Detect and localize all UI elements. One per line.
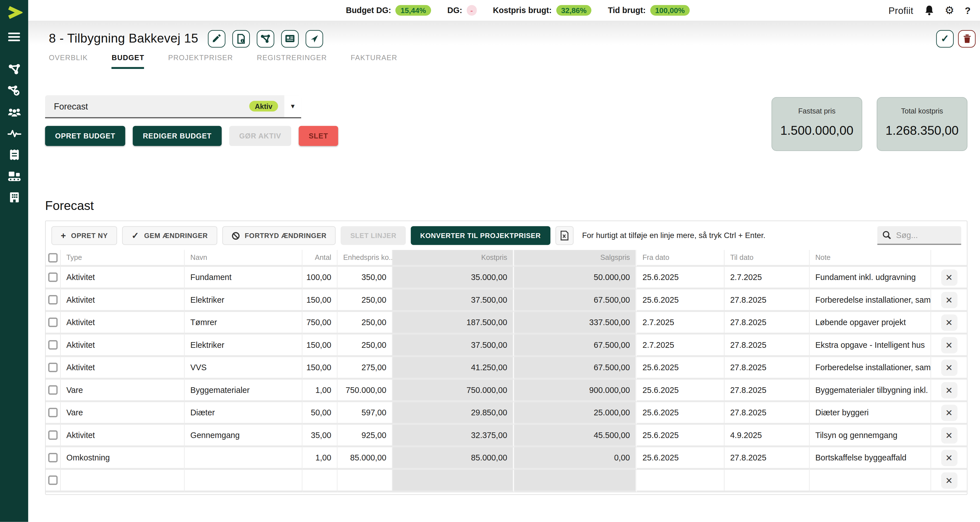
cell-fra-dato: 25.6.2025	[637, 357, 724, 380]
settings-gear-icon[interactable]: ⚙	[945, 5, 954, 16]
row-checkbox[interactable]	[48, 385, 57, 394]
delete-lines-button[interactable]: SLET LINJER	[341, 226, 406, 245]
company-icon[interactable]	[0, 189, 28, 205]
project-info-button[interactable]	[232, 30, 250, 47]
notifications-bell-icon[interactable]	[924, 5, 934, 16]
export-excel-button[interactable]	[555, 226, 573, 245]
stat-item: Kostpris brugt:32,86%	[493, 5, 592, 16]
cell-navn: Tømrer	[185, 312, 302, 334]
total-cost-value: 1.268.350,00	[877, 123, 967, 138]
delete-row-button[interactable]: ✕	[941, 472, 957, 488]
cell-fra-dato: 25.6.2025	[637, 447, 724, 470]
cell-note: Diæter byggeri	[810, 402, 931, 425]
share-nodes-icon[interactable]	[0, 61, 28, 77]
tab-projektpriser[interactable]: PROJEKTPRISER	[168, 54, 233, 69]
delete-row-button[interactable]: ✕	[941, 449, 957, 466]
cell-navn: Elektriker	[185, 289, 302, 312]
search-box[interactable]	[877, 226, 961, 245]
row-checkbox[interactable]	[48, 340, 57, 350]
project-check-icon[interactable]	[0, 83, 28, 99]
check-icon: ✓	[941, 33, 950, 45]
row-checkbox[interactable]	[48, 295, 57, 305]
cell-salgspris: 67.500,00	[514, 334, 637, 357]
row-checkbox[interactable]	[48, 318, 57, 327]
budget-select-value: Forecast	[45, 101, 88, 111]
contact-card-button[interactable]	[281, 30, 299, 47]
row-select-cell	[46, 357, 61, 380]
delete-row-button[interactable]: ✕	[941, 382, 957, 398]
table-row: Omkostning1,0085.000,0085.000,000,0025.6…	[46, 447, 967, 470]
menu-icon[interactable]	[0, 29, 28, 45]
cell-type: Vare	[61, 380, 185, 402]
delete-row-button[interactable]: ✕	[941, 314, 957, 330]
page-title: 8 - Tilbygning Bakkevej 15	[49, 31, 198, 46]
row-checkbox[interactable]	[48, 476, 57, 485]
approve-project-button[interactable]: ✓	[936, 30, 954, 47]
delete-row-button[interactable]: ✕	[941, 292, 957, 308]
cell-til-dato: 2.7.2025	[724, 267, 810, 289]
row-checkbox[interactable]	[48, 273, 57, 282]
row-checkbox[interactable]	[48, 430, 57, 440]
save-changes-button[interactable]: ✓ GEM ÆNDRINGER	[122, 226, 217, 245]
delete-budget-button[interactable]: SLET	[299, 126, 338, 146]
edit-budget-button[interactable]: REDIGER BUDGET	[133, 126, 222, 146]
row-checkbox[interactable]	[48, 363, 57, 372]
invoice-icon[interactable]	[0, 147, 28, 163]
production-icon[interactable]	[0, 168, 28, 184]
convert-to-project-prices-button[interactable]: KONVERTER TIL PROJEKTPRISER	[411, 226, 550, 245]
excel-file-icon	[560, 231, 568, 241]
navigate-button[interactable]	[305, 30, 323, 47]
pencil-icon	[212, 34, 221, 43]
delete-row-button[interactable]: ✕	[941, 269, 957, 285]
budget-select[interactable]: Forecast Aktiv ▼	[45, 95, 301, 118]
row-delete-cell: ✕	[931, 289, 967, 312]
col-til-dato: Til dato	[724, 250, 810, 267]
cell-antal: 1,00	[302, 380, 338, 402]
cell-navn: Elektriker	[185, 334, 302, 357]
stat-label: Tid brugt:	[608, 6, 646, 15]
create-budget-button[interactable]: OPRET BUDGET	[45, 126, 125, 146]
row-checkbox[interactable]	[48, 453, 57, 463]
team-icon[interactable]	[0, 104, 28, 120]
activity-icon[interactable]	[0, 125, 28, 142]
stat-label: Kostpris brugt:	[493, 6, 552, 15]
table-row: ✕	[46, 470, 967, 492]
delete-row-button[interactable]: ✕	[941, 337, 957, 353]
delete-row-button[interactable]: ✕	[941, 404, 957, 420]
check-icon: ✓	[132, 231, 139, 241]
project-structure-button[interactable]	[257, 30, 274, 47]
cell-enhedspris: 350,00	[337, 267, 393, 289]
tab-overblik[interactable]: OVERBLIK	[49, 54, 88, 69]
stat-value-badge: 15,44%	[396, 5, 431, 16]
cell-enhedspris: 750.000,00	[337, 380, 393, 402]
delete-project-button[interactable]	[958, 30, 976, 47]
col-navn: Navn	[185, 250, 302, 267]
make-active-button[interactable]: GØR AKTIV	[229, 126, 291, 146]
forecast-table-card: + OPRET NY ✓ GEM ÆNDRINGER FORTRYD ÆNDRI…	[45, 220, 967, 495]
create-line-button[interactable]: + OPRET NY	[51, 226, 117, 245]
cell-kostpris: 37.500,00	[393, 289, 514, 312]
edit-project-button[interactable]	[208, 30, 225, 47]
select-all-checkbox[interactable]	[48, 253, 57, 262]
row-delete-cell: ✕	[931, 334, 967, 357]
tab-fakturaer[interactable]: FAKTURAER	[351, 54, 397, 69]
search-input[interactable]	[896, 230, 953, 240]
cell-fra-dato: 25.6.2025	[637, 267, 724, 289]
row-checkbox[interactable]	[48, 408, 57, 417]
table-row: VareByggematerialer1,00750.000,00750.000…	[46, 380, 967, 402]
col-salgspris: Salgspris	[514, 250, 637, 267]
project-tabs: OVERBLIKBUDGETPROJEKTPRISERREGISTRERINGE…	[28, 54, 980, 69]
cell-salgspris: 337.500,00	[514, 312, 637, 334]
delete-row-button[interactable]: ✕	[941, 359, 957, 375]
undo-changes-button[interactable]: FORTRYD ÆNDRINGER	[222, 226, 336, 245]
stat-item: Tid brugt:100,00%	[608, 5, 690, 16]
table-row: VareDiæter50,00597,0029.850,0025.000,002…	[46, 402, 967, 425]
cell-kostpris: 32.375,00	[393, 425, 514, 447]
cell-antal: 100,00	[302, 267, 338, 289]
search-icon	[882, 231, 891, 239]
help-icon[interactable]: ?	[965, 5, 970, 16]
delete-row-button[interactable]: ✕	[941, 427, 957, 443]
tab-registreringer[interactable]: REGISTRERINGER	[257, 54, 327, 69]
cell-enhedspris: 250,00	[337, 312, 393, 334]
tab-budget[interactable]: BUDGET	[112, 54, 144, 69]
